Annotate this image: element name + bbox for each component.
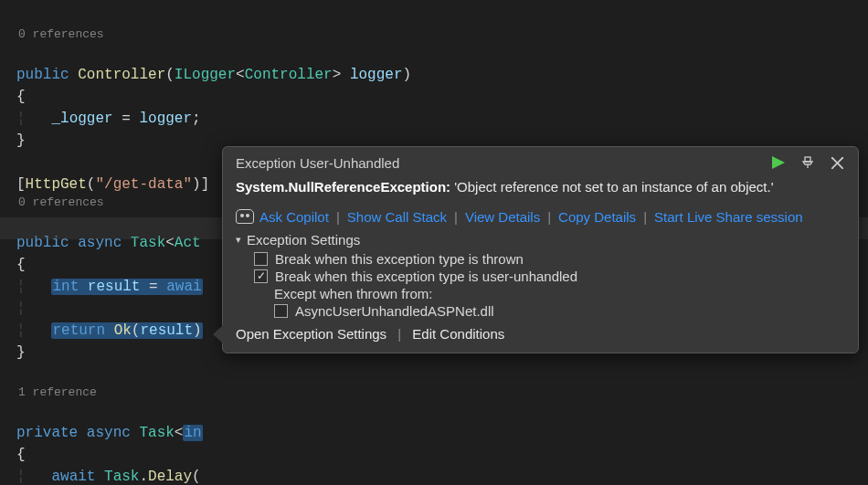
- copilot-icon: [236, 209, 254, 224]
- break-when-user-unhandled-label: Break when this exception type is user-u…: [275, 269, 577, 284]
- show-call-stack-link[interactable]: Show Call Stack: [347, 209, 447, 225]
- exception-helper-popup: Exception User-Unhandled System.NullRefe…: [222, 146, 859, 353]
- break-when-user-unhandled-checkbox[interactable]: [254, 269, 268, 283]
- popup-title: Exception User-Unhandled: [236, 155, 399, 171]
- exception-message: System.NullReferenceException: 'Object r…: [236, 178, 845, 196]
- except-module-label: AsyncUserUnhandledASPNet.dll: [295, 303, 494, 319]
- codelens-references[interactable]: 1 reference: [16, 385, 868, 400]
- codelens-references[interactable]: 0 references: [16, 27, 868, 42]
- live-share-link[interactable]: Start Live Share session: [654, 209, 803, 225]
- except-when-thrown-from-label: Except when thrown from:: [274, 286, 845, 301]
- continue-icon[interactable]: [770, 154, 787, 171]
- type-controller: Controller: [245, 67, 333, 83]
- svg-marker-0: [772, 156, 785, 169]
- svg-rect-1: [805, 157, 810, 162]
- view-details-link[interactable]: View Details: [465, 209, 540, 225]
- copy-details-link[interactable]: Copy Details: [558, 209, 636, 225]
- field-logger: _logger: [51, 111, 112, 127]
- break-when-thrown-checkbox[interactable]: [254, 252, 268, 266]
- param-logger: logger: [350, 67, 403, 83]
- edit-conditions-link[interactable]: Edit Conditions: [412, 326, 504, 342]
- except-module-checkbox[interactable]: [274, 304, 288, 318]
- pin-icon[interactable]: [799, 154, 816, 171]
- break-when-thrown-label: Break when this exception type is thrown: [275, 251, 524, 267]
- chevron-down-icon: ▾: [236, 234, 241, 246]
- attribute-httpget: HttpGet: [26, 176, 87, 193]
- type-ilogger: ILogger: [175, 67, 236, 83]
- kw-public: public: [16, 67, 69, 83]
- open-exception-settings-link[interactable]: Open Exception Settings: [236, 326, 386, 342]
- popup-action-links: Ask Copilot | Show Call Stack | View Det…: [236, 209, 845, 225]
- constructor-name: Controller: [78, 67, 165, 83]
- close-icon[interactable]: [829, 154, 845, 171]
- ask-copilot-link[interactable]: Ask Copilot: [259, 209, 329, 225]
- exception-settings-toggle[interactable]: ▾ Exception Settings: [236, 232, 845, 248]
